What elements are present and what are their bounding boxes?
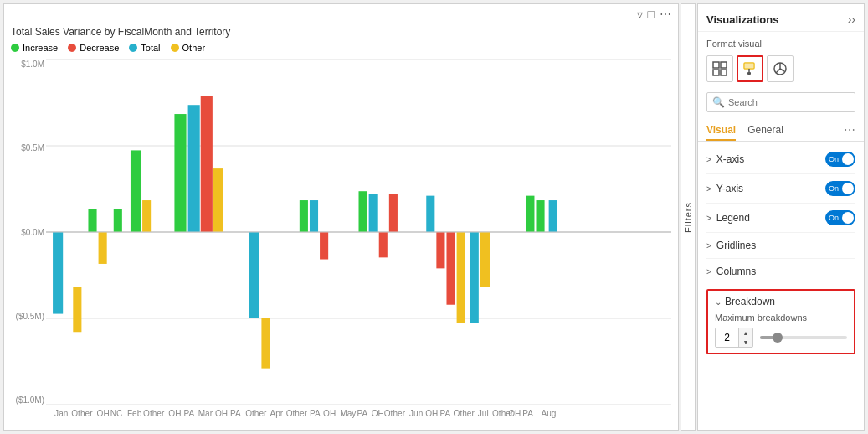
svg-rect-6 bbox=[73, 287, 81, 332]
svg-text:Aug: Aug bbox=[542, 409, 557, 418]
legend-chevron: > bbox=[706, 214, 711, 223]
svg-text:Other: Other bbox=[384, 409, 406, 418]
focus-icon[interactable]: □ bbox=[648, 8, 655, 21]
search-input[interactable] bbox=[728, 97, 850, 107]
viz-icons-row bbox=[698, 52, 864, 89]
chart-toolbar: ▿ □ ⋯ bbox=[4, 4, 678, 24]
svg-rect-34 bbox=[549, 200, 557, 232]
search-icon: 🔍 bbox=[712, 96, 725, 108]
xaxis-section[interactable]: > X-axis On bbox=[706, 145, 855, 174]
chart-panel: ▿ □ ⋯ Total Sales Variance by FiscalMont… bbox=[3, 3, 679, 431]
svg-rect-18 bbox=[300, 200, 308, 232]
svg-rect-29 bbox=[470, 232, 479, 323]
svg-text:OH: OH bbox=[508, 409, 521, 418]
grid-icon-btn[interactable] bbox=[706, 55, 733, 82]
xaxis-toggle[interactable]: On bbox=[825, 152, 855, 167]
grid-icon bbox=[712, 61, 727, 76]
legend-label-increase: Increase bbox=[23, 43, 58, 53]
svg-rect-11 bbox=[142, 200, 151, 232]
svg-rect-25 bbox=[426, 196, 434, 232]
svg-rect-19 bbox=[310, 200, 318, 232]
svg-rect-70 bbox=[745, 64, 753, 68]
svg-rect-68 bbox=[721, 70, 727, 75]
svg-text:Other: Other bbox=[454, 409, 475, 418]
more-icon[interactable]: ⋯ bbox=[660, 8, 671, 21]
svg-text:OH: OH bbox=[168, 409, 181, 418]
svg-text:OH: OH bbox=[425, 409, 438, 418]
search-box[interactable]: 🔍 bbox=[706, 92, 855, 112]
svg-rect-5 bbox=[53, 232, 63, 314]
columns-section[interactable]: > Columns bbox=[706, 259, 855, 284]
yaxis-section[interactable]: > Y-axis On bbox=[706, 174, 855, 204]
legend-dot-decrease bbox=[68, 44, 76, 52]
svg-rect-23 bbox=[379, 232, 388, 257]
svg-text:OH: OH bbox=[323, 409, 336, 418]
expand-icon[interactable]: ›› bbox=[848, 13, 855, 26]
x-axis-container: Jan Other OH NC Feb Other OH PA Mar OH P… bbox=[46, 406, 671, 430]
svg-text:Other: Other bbox=[286, 409, 308, 418]
svg-rect-26 bbox=[436, 232, 444, 268]
svg-rect-32 bbox=[526, 196, 534, 232]
filters-tab[interactable]: Filters bbox=[681, 3, 696, 431]
breakdown-spinner[interactable]: 2 ▲ ▼ bbox=[715, 328, 753, 348]
legend-toggle[interactable]: On bbox=[825, 210, 855, 225]
viz-sections: > X-axis On > Y-axis On > Legend bbox=[698, 145, 864, 284]
svg-text:OH: OH bbox=[97, 409, 110, 418]
svg-text:PA: PA bbox=[439, 409, 450, 418]
svg-text:Jan: Jan bbox=[54, 409, 68, 418]
svg-rect-16 bbox=[249, 232, 259, 318]
chart-title: Total Sales Variance by FiscalMonth and … bbox=[4, 24, 678, 41]
analytics-icon-btn[interactable] bbox=[767, 55, 794, 82]
svg-rect-33 bbox=[536, 200, 544, 232]
y-label-neg05m: ($0.5M) bbox=[8, 312, 44, 321]
svg-text:Mar: Mar bbox=[198, 409, 213, 418]
svg-text:PA: PA bbox=[357, 409, 367, 418]
y-label-1m: $1.0M bbox=[8, 59, 44, 69]
filters-tab-label: Filters bbox=[683, 202, 693, 233]
slider-thumb[interactable] bbox=[773, 333, 783, 343]
svg-rect-14 bbox=[201, 96, 213, 232]
gridlines-section[interactable]: > Gridlines bbox=[706, 233, 855, 259]
svg-rect-17 bbox=[261, 318, 270, 369]
breakdown-slider[interactable] bbox=[760, 336, 847, 339]
svg-rect-7 bbox=[88, 209, 96, 232]
spinner-up-btn[interactable]: ▲ bbox=[739, 328, 752, 338]
spinner-down-btn[interactable]: ▼ bbox=[739, 338, 752, 348]
svg-rect-8 bbox=[99, 232, 107, 264]
tab-general[interactable]: General bbox=[747, 119, 783, 141]
svg-rect-15 bbox=[213, 168, 223, 232]
svg-rect-10 bbox=[131, 150, 141, 232]
y-axis-labels: $1.0M $0.5M $0.0M ($0.5M) ($1.0M) bbox=[8, 59, 44, 405]
svg-text:PA: PA bbox=[310, 409, 321, 418]
tab-visual[interactable]: Visual bbox=[706, 119, 736, 141]
chart-legend: Increase Decrease Total Other bbox=[4, 41, 678, 56]
svg-rect-66 bbox=[721, 62, 727, 68]
legend-item-increase: Increase bbox=[11, 43, 58, 53]
svg-text:May: May bbox=[340, 409, 356, 418]
filter-icon[interactable]: ▿ bbox=[637, 8, 643, 21]
svg-rect-72 bbox=[747, 72, 751, 75]
legend-section-label: Legend bbox=[716, 212, 750, 224]
legend-item-decrease: Decrease bbox=[68, 43, 119, 53]
viz-header: Visualizations ›› bbox=[698, 4, 864, 32]
y-label-neg1m: ($1.0M) bbox=[8, 395, 44, 405]
legend-toggle-label: On bbox=[829, 214, 839, 222]
spinner-buttons: ▲ ▼ bbox=[739, 328, 752, 347]
viz-panel: Visualizations ›› Format visual bbox=[697, 3, 865, 431]
breakdown-max-label: Maximum breakdowns bbox=[715, 313, 847, 323]
legend-label-other: Other bbox=[182, 43, 206, 53]
toolbar-icons: ▿ □ ⋯ bbox=[637, 8, 671, 21]
svg-rect-24 bbox=[389, 194, 398, 232]
format-icon-btn[interactable] bbox=[737, 55, 763, 82]
yaxis-toggle-label: On bbox=[829, 184, 839, 193]
yaxis-toggle[interactable]: On bbox=[825, 181, 855, 196]
viz-panel-title: Visualizations bbox=[706, 13, 778, 26]
svg-text:NC: NC bbox=[110, 409, 123, 418]
legend-dot-total bbox=[129, 44, 137, 52]
tab-more-icon[interactable]: ⋯ bbox=[844, 123, 855, 137]
columns-chevron: > bbox=[706, 267, 711, 276]
legend-label-decrease: Decrease bbox=[80, 43, 119, 53]
spinner-value: 2 bbox=[716, 328, 739, 347]
legend-section[interactable]: > Legend On bbox=[706, 204, 855, 233]
xaxis-chevron: > bbox=[706, 155, 711, 164]
